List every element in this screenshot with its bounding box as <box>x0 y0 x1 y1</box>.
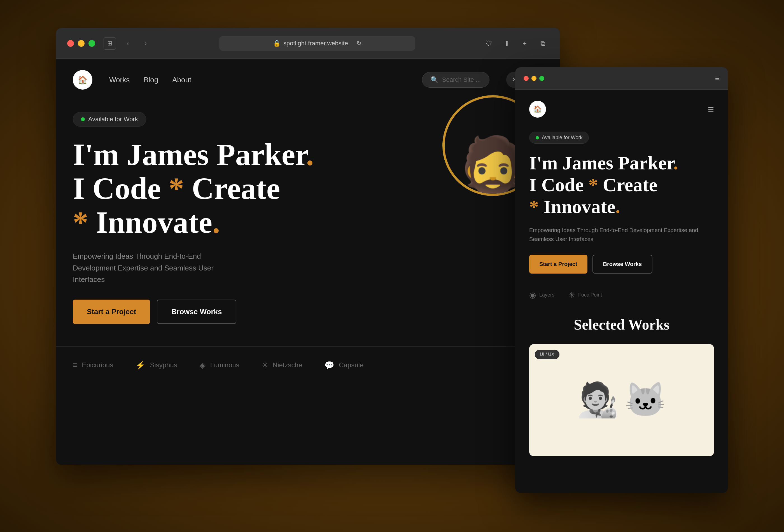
forward-button[interactable]: › <box>139 37 152 50</box>
share-button[interactable]: ⬆ <box>501 37 513 50</box>
search-bar[interactable]: 🔍 Search Site ... <box>422 72 489 88</box>
start-project-button[interactable]: Start a Project <box>73 300 150 324</box>
minimize-button[interactable] <box>78 40 85 47</box>
work-card: UI / UX 🧑‍🎨 🐱 <box>529 344 714 456</box>
brand-name: Luminous <box>210 361 240 369</box>
mobile-browser-toolbar: ≡ <box>515 67 728 90</box>
close-button[interactable] <box>67 40 74 47</box>
mobile-browse-works-button[interactable]: Browse Works <box>592 255 653 274</box>
search-placeholder: Search Site ... <box>442 76 481 83</box>
mobile-maximize-button[interactable] <box>539 76 544 81</box>
headline-line2: I Code * Create <box>73 171 280 205</box>
mobile-close-button[interactable] <box>524 76 529 81</box>
mobile-hero-subtitle: Empowering Ideas Through End-to-End Deve… <box>529 226 714 244</box>
mobile-brand-focalpoint: ✳ FocalPoint <box>568 290 602 300</box>
website-content: 🏠 Works Blog About 🔍 Search Site ... ✕ <box>56 59 560 465</box>
mobile-brand-layers: ◉ Layers <box>529 290 554 300</box>
available-dot <box>81 117 85 121</box>
focalpoint-icon: ✳ <box>568 290 575 300</box>
mobile-hamburger[interactable]: ≡ <box>708 103 714 115</box>
forward-icon: › <box>144 40 146 47</box>
hero-headline: I'm James Parker. I Code * Create * Inno… <box>73 138 325 240</box>
sidebar-toggle-button[interactable]: ⊞ <box>104 37 116 50</box>
capsule-icon: 💬 <box>325 361 334 370</box>
home-icon: 🏠 <box>78 75 88 85</box>
mobile-available-dot <box>536 136 539 139</box>
brand-epicurious: ≡ Epicurious <box>73 361 113 370</box>
mobile-available-badge: Available for Work <box>529 132 589 144</box>
brand-name: Sisyphus <box>150 361 177 369</box>
main-browser-window: ⊞ ‹ › 🔒 spotlight.framer.website ↻ 🛡 ⬆ +… <box>56 28 560 465</box>
mobile-hero-headline: I'm James Parker. I Code * Create * Inno… <box>529 152 714 218</box>
nav-about[interactable]: About <box>172 76 191 84</box>
traffic-lights <box>67 40 95 47</box>
hero-subtitle: Empowering Ideas Through End-to-End Deve… <box>73 251 241 286</box>
brand-name: Capsule <box>339 361 363 369</box>
brand-nietzsche: ✳ Nietzsche <box>262 361 302 370</box>
sidebar-icon: ⊞ <box>107 40 112 47</box>
address-bar[interactable]: 🔒 spotlight.framer.website ↻ <box>219 36 415 51</box>
work-card-tag: UI / UX <box>535 350 559 359</box>
site-logo: 🏠 <box>73 70 92 90</box>
back-icon: ‹ <box>127 40 129 47</box>
brand-luminous: ◈ Luminous <box>200 361 240 370</box>
nav-links: Works Blog About <box>109 76 191 84</box>
back-button[interactable]: ‹ <box>121 37 134 50</box>
available-badge: Available for Work <box>73 112 146 127</box>
refresh-icon: ↻ <box>357 40 362 47</box>
site-navigation: 🏠 Works Blog About 🔍 Search Site ... ✕ <box>56 59 560 101</box>
mobile-minimize-button[interactable] <box>531 76 536 81</box>
browse-works-button[interactable]: Browse Works <box>157 300 236 324</box>
mobile-website-content: 🏠 ≡ Available for Work I'm James Parker.… <box>515 90 728 493</box>
search-icon: 🔍 <box>431 76 438 83</box>
focalpoint-label: FocalPoint <box>578 292 602 298</box>
layers-label: Layers <box>539 292 554 298</box>
sisyphus-icon: ⚡ <box>136 361 145 370</box>
brand-name: Nietzsche <box>273 361 302 369</box>
brand-sisyphus: ⚡ Sisyphus <box>136 361 177 370</box>
work-card-images: 🧑‍🎨 🐱 <box>577 380 666 420</box>
mobile-traffic-lights <box>524 76 544 81</box>
nietzsche-icon: ✳ <box>262 361 268 370</box>
mobile-available-text: Available for Work <box>542 135 582 141</box>
tab-overview-button[interactable]: ⧉ <box>536 37 549 50</box>
brands-bar: ≡ Epicurious ⚡ Sisyphus ◈ Luminous ✳ Nie… <box>56 346 560 384</box>
shield-icon: 🛡 <box>483 37 495 50</box>
layers-icon: ◉ <box>529 290 536 300</box>
mobile-headline-line2: I Code * Create <box>529 174 657 195</box>
mobile-headline-line1: I'm James Parker. <box>529 152 678 174</box>
mobile-hero-buttons: Start a Project Browse Works <box>529 255 714 274</box>
maximize-button[interactable] <box>88 40 95 47</box>
nav-works[interactable]: Works <box>109 76 130 84</box>
selected-works-title: Selected Works <box>529 316 714 333</box>
url-text: spotlight.framer.website <box>283 40 348 47</box>
hero-buttons: Start a Project Browse Works <box>73 300 543 324</box>
new-tab-button[interactable]: + <box>519 37 531 50</box>
epicurious-icon: ≡ <box>73 361 77 370</box>
mobile-navigation: 🏠 ≡ <box>529 101 714 118</box>
mobile-site-logo: 🏠 <box>529 101 546 118</box>
hero-section: Available for Work I'm James Parker. I C… <box>56 101 560 335</box>
brand-capsule: 💬 Capsule <box>325 361 363 370</box>
luminous-icon: ◈ <box>200 361 206 370</box>
mobile-brand-logos: ◉ Layers ✳ FocalPoint <box>529 290 714 300</box>
nav-blog[interactable]: Blog <box>144 76 158 84</box>
lock-icon: 🔒 <box>273 40 281 47</box>
mobile-browser-window: ≡ 🏠 ≡ Available for Work I'm James Parke… <box>515 67 728 493</box>
headline-line1: I'm James Parker. <box>73 138 314 172</box>
mobile-toolbar-right: ≡ <box>715 74 720 83</box>
available-text: Available for Work <box>88 116 138 123</box>
work-person-1: 🧑‍🎨 <box>577 380 619 420</box>
mobile-headline-line3: * Innovate. <box>529 196 620 217</box>
work-person-2: 🐱 <box>624 380 666 420</box>
headline-line3: * Innovate. <box>73 205 220 240</box>
browser-toolbar: ⊞ ‹ › 🔒 spotlight.framer.website ↻ 🛡 ⬆ +… <box>56 28 560 59</box>
brand-name: Epicurious <box>82 361 113 369</box>
hamburger-menu-icon[interactable]: ≡ <box>715 74 720 83</box>
mobile-start-project-button[interactable]: Start a Project <box>529 255 587 274</box>
mobile-home-icon: 🏠 <box>533 105 542 113</box>
